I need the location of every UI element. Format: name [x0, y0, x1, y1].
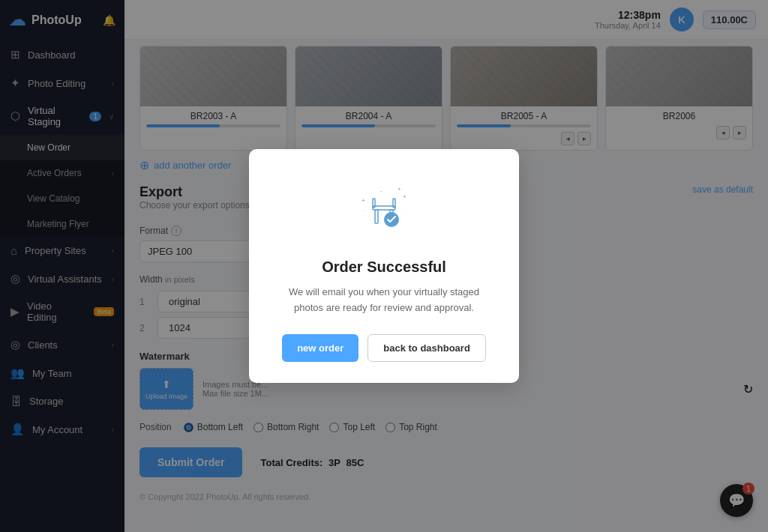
svg-text:-: -: [380, 187, 382, 194]
modal-title: Order Successful: [322, 259, 446, 276]
modal-actions: new order back to dashboard: [282, 334, 486, 362]
svg-text:+: +: [362, 197, 365, 204]
modal-illustration: + + · · - + ·: [346, 176, 422, 247]
svg-text:·: ·: [405, 208, 406, 213]
svg-text:+: +: [398, 186, 401, 193]
svg-text:·: ·: [363, 208, 364, 213]
svg-rect-1: [375, 210, 378, 223]
success-illustration: + + · · - + ·: [346, 176, 422, 244]
new-order-button[interactable]: new order: [282, 334, 358, 362]
back-to-dashboard-button[interactable]: back to dashboard: [368, 334, 486, 362]
svg-text:+: +: [403, 193, 406, 200]
modal-overlay: + + · · - + · Order Successful We will e…: [0, 0, 768, 532]
order-successful-modal: + + · · - + · Order Successful We will e…: [249, 149, 519, 383]
svg-text:·: ·: [368, 214, 369, 218]
modal-description: We will email you when your virtually st…: [273, 285, 495, 316]
